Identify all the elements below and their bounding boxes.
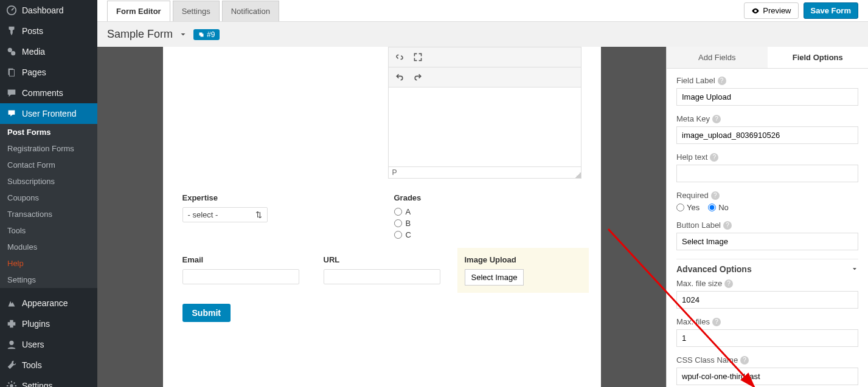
grades-label: Grades [394,193,582,202]
email-input[interactable] [182,269,299,284]
svg-point-1 [8,48,12,52]
grade-option-a[interactable]: A [394,207,582,216]
svg-point-5 [9,341,13,345]
right-panel: Add Fields Field Options Field Label? Me… [666,47,868,387]
preview-label: Preview [763,6,791,15]
save-form-button[interactable]: Save Form [804,2,858,19]
sidebar-sub-subscriptions[interactable]: Subscriptions [0,173,97,190]
right-body: Field Label? Meta Key? Help text? Requir… [667,69,868,387]
sidebar-item-pages[interactable]: Pages [0,62,97,83]
field-url[interactable]: URL [324,255,440,286]
radio-a[interactable] [394,208,402,216]
help-icon[interactable]: ? [712,318,721,326]
help-text-input[interactable] [676,165,858,182]
sidebar-item-users[interactable]: Users [0,334,97,355]
field-expertise[interactable]: Expertise - select -⇅ [182,193,370,242]
opt-help-text: Help text? [676,152,858,182]
dashboard-icon [6,5,17,16]
sidebar-item-comments[interactable]: Comments [0,83,97,103]
radio-yes[interactable] [676,204,684,211]
resize-grip-icon[interactable] [575,172,581,178]
field-image-upload[interactable]: Image Upload Select Image [457,248,589,293]
sidebar-item-plugins[interactable]: Plugins [0,313,97,334]
css-class-input[interactable] [676,368,858,385]
help-icon[interactable]: ? [718,77,726,85]
required-no[interactable]: No [708,203,729,212]
button-label-input[interactable] [676,233,858,250]
radio-c[interactable] [394,231,402,239]
required-lbl: Required [676,191,709,200]
rich-editor[interactable]: P [388,47,582,179]
tab-form-editor[interactable]: Form Editor [107,1,170,21]
sidebar-label: User Frontend [22,109,76,118]
help-icon[interactable]: ? [710,153,718,162]
select-image-button[interactable]: Select Image [465,269,524,286]
grade-c-label: C [406,230,411,239]
sidebar-item-media[interactable]: Media [0,41,97,62]
radio-b[interactable] [394,219,402,227]
advanced-options-toggle[interactable]: Advanced Options [676,259,858,279]
eye-icon [751,7,760,15]
sidebar-sub-settings[interactable]: Settings [0,272,97,288]
form-id-badge[interactable]: #9 [193,29,220,40]
undo-icon[interactable] [394,71,406,83]
help-icon[interactable]: ? [723,221,732,230]
help-icon[interactable]: ? [724,279,733,288]
sidebar-item-posts[interactable]: Posts [0,21,97,41]
wpuf-icon [6,108,17,119]
canvas-wrap: P Expertise - select -⇅ Grades A B [97,47,666,387]
fullscreen-icon[interactable] [412,51,424,63]
sidebar-sub-registration-forms[interactable]: Registration Forms [0,140,97,157]
sidebar-sub-modules[interactable]: Modules [0,239,97,255]
help-icon[interactable]: ? [740,356,749,365]
opt-css-class: CSS Class Name? [676,355,858,385]
opt-max-size: Max. file size? [676,279,858,309]
url-label: URL [324,255,440,264]
field-email[interactable]: Email [182,255,299,286]
chevron-down-icon[interactable] [179,30,187,39]
settings-icon [6,380,17,387]
sidebar-item-dashboard[interactable]: Dashboard [0,0,97,21]
editor-body[interactable] [389,87,581,166]
preview-button[interactable]: Preview [744,2,798,19]
meta-key-input[interactable] [676,126,858,144]
sidebar-item-settings[interactable]: Settings [0,375,97,387]
help-icon[interactable]: ? [712,115,721,123]
sidebar-sub-post-forms[interactable]: Post Forms [0,124,97,140]
sidebar-sub-help[interactable]: Help [0,255,97,272]
sidebar-sub-contact-form[interactable]: Contact Form [0,157,97,173]
sidebar-sub-transactions[interactable]: Transactions [0,206,97,222]
required-yes[interactable]: Yes [676,203,700,212]
unlink-icon[interactable] [394,51,406,63]
redo-icon[interactable] [412,71,424,83]
field-label-input[interactable] [676,88,858,106]
url-input[interactable] [324,269,440,284]
expertise-select[interactable]: - select -⇅ [182,207,268,222]
opt-button-label: Button Label? [676,221,858,250]
grade-option-c[interactable]: C [394,230,582,239]
radio-no[interactable] [708,204,716,211]
max-size-input[interactable] [676,291,858,309]
no-label: No [718,203,729,212]
field-grades[interactable]: Grades A B C [394,193,582,242]
tab-field-options[interactable]: Field Options [768,47,869,68]
workarea: P Expertise - select -⇅ Grades A B [97,47,868,387]
tab-settings[interactable]: Settings [173,1,220,21]
grade-option-b[interactable]: B [394,219,582,228]
max-files-lbl: Max. files [676,317,710,326]
expertise-select-value: - select - [188,210,218,219]
opt-required: Required? Yes No [676,191,858,212]
sidebar-item-tools[interactable]: Tools [0,355,97,375]
sidebar-sub-coupons[interactable]: Coupons [0,190,97,206]
submit-button[interactable]: Submit [182,304,231,322]
button-label-lbl: Button Label [676,221,721,230]
sidebar-item-appearance[interactable]: Appearance [0,293,97,313]
sidebar-item-user-frontend[interactable]: User Frontend [0,103,97,124]
tab-add-fields[interactable]: Add Fields [667,47,768,68]
max-files-input[interactable] [676,329,858,347]
tab-notification[interactable]: Notification [222,1,279,21]
help-icon[interactable]: ? [711,191,720,200]
sidebar-label: Comments [22,88,63,98]
sidebar-sub-tools[interactable]: Tools [0,222,97,239]
right-tabs: Add Fields Field Options [667,47,868,69]
